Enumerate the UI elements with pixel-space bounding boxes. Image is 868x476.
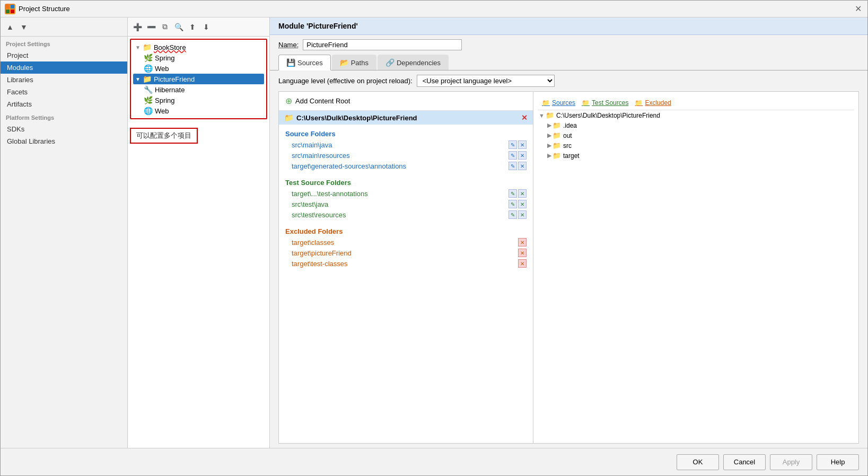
node-label-spring2: Spring	[155, 96, 175, 104]
expand-icon-picturefriend: ▼	[135, 76, 141, 82]
test-folder-edit-0[interactable]: ✎	[508, 189, 517, 198]
node-label-bookstore: BookStore	[154, 43, 186, 51]
source-folder-edit-2[interactable]: ✎	[508, 162, 517, 170]
right-tree-node-idea[interactable]: ▶ 📁 .idea	[538, 120, 854, 130]
excluded-folders-title: Excluded Folders	[279, 224, 533, 237]
test-folder-item-0: target\...\test-annotations ✎ ✕	[279, 188, 533, 199]
sidebar-item-sdks[interactable]: SDKs	[1, 123, 127, 135]
content-root-delete-button[interactable]: ✕	[521, 113, 528, 122]
test-source-folders-group: Test Source Folders target\...\test-anno…	[279, 173, 533, 222]
right-tree-node-out[interactable]: ▶ 📁 out	[538, 130, 854, 140]
folders-panel: ⊕ Add Content Root 📁 C:\Users\Dulk\Deskt…	[279, 92, 533, 443]
idea-folder-icon: 📁	[553, 121, 561, 129]
tree-node-spring2[interactable]: 🌿 Spring	[133, 95, 264, 105]
cancel-button[interactable]: Cancel	[723, 454, 766, 470]
sidebar-toolbar: ▲ ▼	[1, 17, 127, 37]
right-tree-node-target[interactable]: ▶ 📁 target	[538, 151, 854, 161]
right-tree-node-src[interactable]: ▶ 📁 src	[538, 140, 854, 151]
tree-node-bookstore[interactable]: ▼ 📁 BookStore	[133, 42, 264, 52]
excluded-folder-item-0: target\classes ✕	[279, 237, 533, 248]
apply-button[interactable]: Apply	[770, 454, 812, 470]
source-folders-title: Source Folders	[279, 127, 533, 139]
tab-sources[interactable]: 💾 Sources	[278, 55, 331, 70]
module-tree-box: ▼ 📁 BookStore 🌿 Spring 🌐 Web	[130, 39, 267, 119]
folder-icon-picturefriend: 📁	[143, 75, 152, 83]
test-folder-path-0: target\...\test-annotations	[292, 190, 508, 198]
excluded-folder-delete-2[interactable]: ✕	[518, 259, 527, 268]
web1-icon: 🌐	[144, 64, 153, 73]
ok-button[interactable]: OK	[677, 454, 719, 470]
window-title: Project Structure	[19, 5, 853, 13]
source-folder-delete-0[interactable]: ✕	[518, 140, 527, 149]
excluded-folder-delete-1[interactable]: ✕	[518, 249, 527, 257]
source-folder-item-0: src\main\java ✎ ✕	[279, 139, 533, 150]
add-module-button[interactable]: ➕	[131, 21, 144, 33]
tab-dependencies[interactable]: 🔗 Dependencies	[378, 55, 449, 70]
legend-test-sources[interactable]: 📁 Test Sources	[582, 99, 628, 107]
source-folder-delete-1[interactable]: ✕	[518, 151, 527, 160]
source-folder-path-1: src\main\resources	[292, 152, 508, 160]
source-folder-actions-1: ✎ ✕	[508, 151, 527, 160]
legend-sources-label: Sources	[552, 99, 575, 107]
add-content-root-button[interactable]: ⊕ Add Content Root	[279, 92, 533, 111]
test-folder-path-1: src\test\java	[292, 200, 508, 208]
language-select-wrap: <Use project language level>	[417, 75, 555, 87]
project-settings-label: Project Settings	[1, 37, 127, 49]
tree-node-hibernate[interactable]: 🔧 Hibernate	[133, 84, 264, 95]
excluded-folder-delete-0[interactable]: ✕	[518, 238, 527, 246]
target-folder-icon: 📁	[553, 152, 561, 160]
idea-expand-icon: ▶	[547, 122, 551, 129]
out-expand-icon: ▶	[547, 132, 551, 139]
test-folder-edit-2[interactable]: ✎	[508, 210, 517, 219]
svg-rect-2	[6, 10, 10, 13]
move-up-button[interactable]: ▲	[4, 21, 16, 33]
tree-node-web2[interactable]: 🌐 Web	[133, 105, 264, 116]
annotation-box: 可以配置多个项目	[130, 128, 198, 144]
search-module-button[interactable]: 🔍	[172, 21, 185, 33]
name-input[interactable]	[303, 39, 462, 50]
sidebar-item-modules[interactable]: Modules	[1, 61, 127, 74]
copy-module-button[interactable]: ⧉	[159, 21, 171, 33]
tab-paths[interactable]: 📂 Paths	[332, 55, 376, 70]
sidebar-item-project[interactable]: Project	[1, 49, 127, 61]
move-up-module-button[interactable]: ⬆	[186, 21, 199, 33]
sidebar-item-artifacts[interactable]: Artifacts	[1, 98, 127, 110]
test-folder-delete-2[interactable]: ✕	[518, 210, 527, 219]
legend-sources[interactable]: 📁 Sources	[542, 99, 575, 107]
right-tree-panel: 📁 Sources 📁 Test Sources 📁 Excluded	[533, 92, 858, 443]
project-structure-window: Project Structure ✕ ▲ ▼ Project Settings…	[0, 0, 868, 476]
tree-node-spring1[interactable]: 🌿 Spring	[133, 52, 264, 63]
test-folder-delete-1[interactable]: ✕	[518, 200, 527, 208]
node-label-picturefriend: PictureFriend	[154, 75, 195, 83]
src-expand-icon: ▶	[547, 142, 551, 149]
legend-excluded[interactable]: 📁 Excluded	[635, 99, 671, 107]
folder-icon-bookstore: 📁	[143, 43, 152, 51]
node-label-web2: Web	[155, 107, 169, 115]
sidebar-item-facets[interactable]: Facets	[1, 86, 127, 98]
excluded-folder-path-2: target\test-classes	[292, 260, 518, 268]
tree-node-picturefriend[interactable]: ▼ 📁 PictureFriend	[133, 74, 264, 84]
close-button[interactable]: ✕	[853, 4, 863, 14]
source-folders-group: Source Folders src\main\java ✎ ✕ src\mai…	[279, 125, 533, 173]
spring1-icon: 🌿	[144, 54, 153, 62]
excluded-folder-actions-0: ✕	[518, 238, 527, 246]
help-button[interactable]: Help	[817, 454, 859, 470]
sidebar-item-libraries[interactable]: Libraries	[1, 74, 127, 86]
source-folder-edit-1[interactable]: ✎	[508, 151, 517, 160]
right-tree-node-target-label: target	[563, 152, 580, 160]
annotation-text: 可以配置多个项目	[136, 131, 191, 139]
test-folder-edit-1[interactable]: ✎	[508, 200, 517, 208]
move-down-module-button[interactable]: ⬇	[200, 21, 213, 33]
move-down-button[interactable]: ▼	[17, 21, 30, 33]
app-icon	[5, 4, 15, 14]
language-select[interactable]: <Use project language level>	[417, 75, 555, 87]
remove-module-button[interactable]: ➖	[145, 21, 157, 33]
source-folder-edit-0[interactable]: ✎	[508, 140, 517, 149]
tree-node-web1[interactable]: 🌐 Web	[133, 63, 264, 74]
test-folder-item-2: src\test\resources ✎ ✕	[279, 209, 533, 220]
test-folder-delete-0[interactable]: ✕	[518, 189, 527, 198]
right-tree-root-node[interactable]: ▼ 📁 C:\Users\Dulk\Desktop\PictureFriend	[538, 110, 854, 120]
source-folder-delete-2[interactable]: ✕	[518, 162, 527, 170]
sidebar-item-global-libraries[interactable]: Global Libraries	[1, 135, 127, 147]
excluded-folder-actions-1: ✕	[518, 249, 527, 257]
